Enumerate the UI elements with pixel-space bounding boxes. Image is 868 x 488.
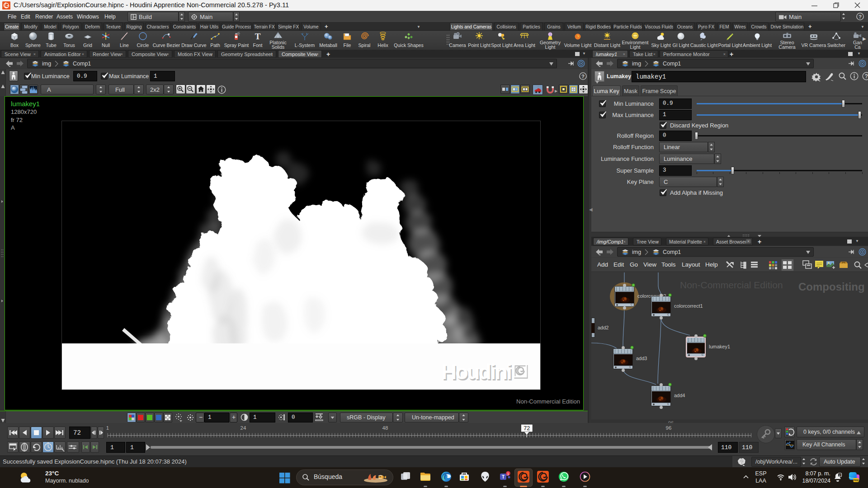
svg-text:?: ? bbox=[581, 74, 585, 79]
svg-text:?: ? bbox=[859, 14, 862, 19]
svg-text:72: 72 bbox=[524, 425, 530, 432]
svg-text:T: T bbox=[502, 474, 505, 479]
svg-text:?: ? bbox=[865, 73, 868, 80]
svg-text:z: z bbox=[839, 474, 840, 477]
svg-text:24: 24 bbox=[241, 425, 246, 431]
svg-text:48: 48 bbox=[382, 425, 388, 431]
svg-text:Houdini: Houdini bbox=[441, 361, 511, 384]
svg-text:1: 1 bbox=[507, 472, 509, 476]
svg-text:PRE: PRE bbox=[853, 479, 859, 482]
svg-text:1: 1 bbox=[106, 425, 109, 431]
svg-text:T: T bbox=[255, 32, 261, 41]
svg-text:96: 96 bbox=[666, 425, 672, 431]
